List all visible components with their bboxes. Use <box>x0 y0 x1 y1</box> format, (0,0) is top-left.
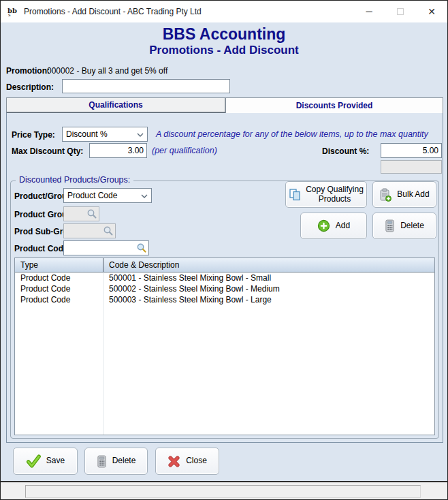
table-row[interactable]: Product Code500001 - Stainless Steel Mix… <box>15 273 434 284</box>
product-group-lookup-icon <box>86 208 97 219</box>
save-label: Save <box>46 456 65 466</box>
delete-button[interactable]: Delete <box>84 448 148 475</box>
tab-qualifications[interactable]: Qualifications <box>6 97 225 112</box>
max-discount-qty-note: (per qualification) <box>152 146 217 155</box>
add-icon <box>317 219 330 232</box>
app-icon: bb s <box>7 6 18 17</box>
copy-qualifying-products-label: Copy Qualifying Products <box>306 185 364 204</box>
description-label: Description: <box>6 82 54 92</box>
clipboard-add-icon <box>379 188 391 202</box>
prod-sub-group-lookup-icon <box>103 225 114 236</box>
add-label: Add <box>336 221 350 231</box>
product-code-label: Product Code: <box>14 244 71 253</box>
save-button[interactable]: Save <box>13 448 78 475</box>
delete-device-icon <box>385 219 395 232</box>
status-bar <box>1 482 447 500</box>
delete-device-icon <box>97 455 107 468</box>
add-button[interactable]: Add <box>300 213 367 239</box>
delete-product-label: Delete <box>400 221 424 231</box>
page-title: Promotions - Add Discount <box>1 44 447 57</box>
price-type-note: A discount percentage for any of the bel… <box>156 129 428 139</box>
table-row[interactable]: Product Code500003 - Stainless Steel Mix… <box>15 295 434 306</box>
chevron-down-icon <box>137 133 144 137</box>
max-discount-qty-label: Max Discount Qty: <box>12 146 83 156</box>
product-group-select[interactable]: Product Code <box>63 188 152 203</box>
window-title: Promotions - Add Discount - ABC Trading … <box>24 7 202 16</box>
close-label: Close <box>186 456 207 466</box>
maximize-icon <box>397 8 404 15</box>
discount-pct-input[interactable] <box>381 143 442 158</box>
discounted-products-legend: Discounted Products/Groups: <box>16 175 133 185</box>
delete-label: Delete <box>112 456 136 466</box>
copy-qualifying-products-button[interactable]: Copy Qualifying Products <box>285 181 367 208</box>
max-discount-qty-input[interactable] <box>89 143 147 158</box>
close-x-icon <box>167 455 180 468</box>
product-group-select-value: Product Code <box>67 191 117 200</box>
table-body: Product Code500001 - Stainless Steel Mix… <box>15 273 434 435</box>
description-input[interactable] <box>62 79 230 93</box>
svg-text:s: s <box>8 12 11 17</box>
table-cell: 500002 - Stainless Steel Mixing Bowl - M… <box>103 284 280 295</box>
discounted-products-table: Type Code & Description Product Code5000… <box>14 257 435 435</box>
table-cell: Product Code <box>15 284 103 295</box>
promotion-label: Promotion: <box>6 66 50 76</box>
bulk-add-button[interactable]: Bulk Add <box>372 181 436 208</box>
table-cell: 500001 - Stainless Steel Mixing Bowl - S… <box>103 273 271 284</box>
save-check-icon <box>26 454 41 468</box>
copy-icon <box>289 189 302 201</box>
table-header[interactable]: Type Code & Description <box>15 258 434 272</box>
column-header-type[interactable]: Type <box>15 258 103 272</box>
column-header-code-description[interactable]: Code & Description <box>103 258 179 272</box>
title-bar[interactable]: bb s Promotions - Add Discount - ABC Tra… <box>1 1 447 22</box>
discount-pct-label: Discount %: <box>322 146 369 156</box>
app-window: bb s Promotions - Add Discount - ABC Tra… <box>0 0 448 500</box>
price-type-label: Price Type: <box>12 130 55 140</box>
close-window-button[interactable]: ✕ <box>416 1 447 22</box>
table-cell: Product Code <box>15 295 103 306</box>
status-message-box <box>25 485 421 498</box>
app-title: BBS Accounting <box>1 25 447 44</box>
bulk-add-label: Bulk Add <box>397 190 429 200</box>
minimize-button[interactable]: ─ <box>353 1 385 22</box>
table-cell: Product Code <box>15 273 103 284</box>
product-code-lookup-icon[interactable] <box>136 243 147 253</box>
close-button[interactable]: Close <box>155 448 219 475</box>
table-cell: 500003 - Stainless Steel Mixing Bowl - L… <box>103 295 272 306</box>
promotion-value: 000002 - Buy all 3 and get 5% off <box>47 66 167 76</box>
tab-discounts-provided[interactable]: Discounts Provided <box>225 97 443 113</box>
discount-secondary-input <box>381 160 442 174</box>
price-type-select[interactable]: Discount % <box>62 127 148 142</box>
chevron-down-icon <box>141 194 148 198</box>
table-row[interactable]: Product Code500002 - Stainless Steel Mix… <box>15 284 434 295</box>
maximize-button <box>385 1 416 22</box>
delete-product-button[interactable]: Delete <box>372 213 436 239</box>
price-type-value: Discount % <box>66 129 108 139</box>
